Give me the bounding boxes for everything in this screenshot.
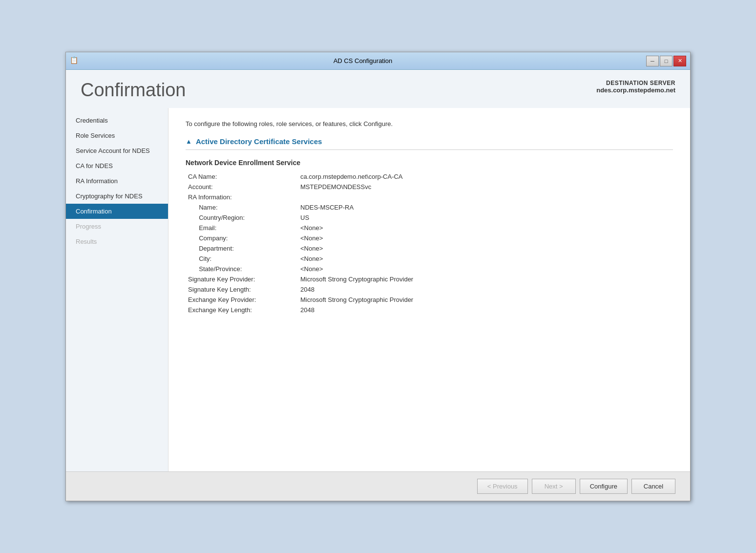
- field-value: NDES-MSCEP-RA: [298, 202, 673, 213]
- field-label: Exchange Key Provider:: [186, 295, 298, 305]
- field-value: <None>: [298, 254, 673, 264]
- table-row: Company: <None>: [186, 233, 673, 243]
- sidebar-item-service-account[interactable]: Service Account for NDES: [66, 143, 168, 158]
- destination-server-info: DESTINATION SERVER ndes.corp.mstepdemo.n…: [596, 80, 675, 94]
- table-row: Exchange Key Length: 2048: [186, 305, 673, 315]
- window-controls: ─ □ ✕: [646, 56, 686, 66]
- destination-server-label: DESTINATION SERVER: [596, 80, 675, 86]
- info-table: CA Name: ca.corp.mstepdemo.net\corp-CA-C…: [186, 171, 673, 315]
- sidebar-item-confirmation[interactable]: Confirmation: [66, 204, 168, 219]
- top-header: Confirmation DESTINATION SERVER ndes.cor…: [66, 70, 690, 108]
- table-row: State/Province: <None>: [186, 264, 673, 274]
- field-label: Name:: [186, 202, 298, 213]
- field-value: ca.corp.mstepdemo.net\corp-CA-CA: [298, 171, 673, 182]
- app-icon: 📋: [70, 56, 80, 66]
- window-title: AD CS Configuration: [80, 57, 646, 64]
- field-value: <None>: [298, 243, 673, 254]
- section-divider: [186, 149, 673, 150]
- service-name: Network Device Enrollment Service: [186, 159, 673, 167]
- table-row: Signature Key Provider: Microsoft Strong…: [186, 274, 673, 284]
- app-window: 📋 AD CS Configuration ─ □ ✕ Confirmation…: [65, 52, 691, 501]
- field-label: Email:: [186, 223, 298, 233]
- field-value: [298, 192, 673, 202]
- page-title: Confirmation: [81, 80, 186, 101]
- field-label: Country/Region:: [186, 213, 298, 223]
- sidebar-item-progress: Progress: [66, 219, 168, 234]
- content-area: Confirmation DESTINATION SERVER ndes.cor…: [66, 70, 690, 501]
- sidebar-item-role-services[interactable]: Role Services: [66, 128, 168, 143]
- sidebar-item-cryptography[interactable]: Cryptography for NDES: [66, 189, 168, 204]
- next-button[interactable]: Next >: [532, 479, 576, 494]
- table-row: Email: <None>: [186, 223, 673, 233]
- destination-server-value: ndes.corp.mstepdemo.net: [596, 86, 675, 94]
- field-label: State/Province:: [186, 264, 298, 274]
- table-row: RA Information:: [186, 192, 673, 202]
- field-value: <None>: [298, 233, 673, 243]
- intro-text: To configure the following roles, role s…: [186, 120, 673, 128]
- field-label: Department:: [186, 243, 298, 254]
- field-label: CA Name:: [186, 171, 298, 182]
- field-value: Microsoft Strong Cryptographic Provider: [298, 274, 673, 284]
- field-label: RA Information:: [186, 192, 298, 202]
- field-value: Microsoft Strong Cryptographic Provider: [298, 295, 673, 305]
- maximize-button[interactable]: □: [660, 56, 672, 66]
- table-row: City: <None>: [186, 254, 673, 264]
- table-row: Exchange Key Provider: Microsoft Strong …: [186, 295, 673, 305]
- table-row: Account: MSTEPDEMO\NDESSvc: [186, 182, 673, 192]
- close-button[interactable]: ✕: [673, 56, 686, 66]
- sidebar-item-ca-for-ndes[interactable]: CA for NDES: [66, 158, 168, 173]
- field-label: City:: [186, 254, 298, 264]
- table-row: Department: <None>: [186, 243, 673, 254]
- section-title: Active Directory Certificate Services: [196, 137, 322, 146]
- field-value: <None>: [298, 264, 673, 274]
- configure-button[interactable]: Configure: [580, 479, 628, 494]
- table-row: Name: NDES-MSCEP-RA: [186, 202, 673, 213]
- sidebar-item-results: Results: [66, 234, 168, 249]
- field-label: Signature Key Provider:: [186, 274, 298, 284]
- table-row: Signature Key Length: 2048: [186, 284, 673, 295]
- main-content: To configure the following roles, role s…: [168, 108, 690, 471]
- section-header: ▲ Active Directory Certificate Services: [186, 137, 673, 146]
- sidebar-item-credentials[interactable]: Credentials: [66, 113, 168, 128]
- titlebar: 📋 AD CS Configuration ─ □ ✕: [66, 52, 690, 70]
- field-label: Company:: [186, 233, 298, 243]
- field-value: <None>: [298, 223, 673, 233]
- table-row: CA Name: ca.corp.mstepdemo.net\corp-CA-C…: [186, 171, 673, 182]
- sidebar-item-ra-information[interactable]: RA Information: [66, 173, 168, 189]
- previous-button[interactable]: < Previous: [477, 479, 528, 494]
- footer: < Previous Next > Configure Cancel: [66, 471, 690, 501]
- field-value: US: [298, 213, 673, 223]
- main-body: Credentials Role Services Service Accoun…: [66, 108, 690, 471]
- section-arrow: ▲: [186, 138, 192, 145]
- table-row: Country/Region: US: [186, 213, 673, 223]
- field-label: Signature Key Length:: [186, 284, 298, 295]
- field-value: 2048: [298, 305, 673, 315]
- minimize-button[interactable]: ─: [646, 56, 659, 66]
- field-value: MSTEPDEMO\NDESSvc: [298, 182, 673, 192]
- field-value: 2048: [298, 284, 673, 295]
- cancel-button[interactable]: Cancel: [631, 479, 675, 494]
- field-label: Account:: [186, 182, 298, 192]
- field-label: Exchange Key Length:: [186, 305, 298, 315]
- sidebar: Credentials Role Services Service Accoun…: [66, 108, 168, 471]
